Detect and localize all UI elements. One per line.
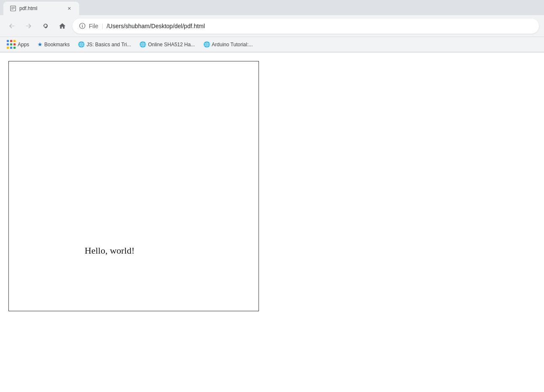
bookmarks-bar: Apps ★ Bookmarks 🌐 JS: Basics and Tri...… [0, 37, 544, 52]
tab-close-button[interactable]: ✕ [66, 5, 72, 12]
apps-icon [7, 40, 16, 49]
globe-icon-arduino: 🌐 [203, 41, 210, 48]
bookmark-sha512[interactable]: 🌐 Online SHA512 Ha... [136, 40, 198, 49]
tab-bar: pdf.html ✕ [0, 0, 544, 15]
globe-icon-js: 🌐 [78, 41, 85, 48]
active-tab[interactable]: pdf.html ✕ [3, 2, 79, 15]
bookmark-bookmarks[interactable]: ★ Bookmarks [34, 40, 73, 49]
arduino-label: Arduino Tutorial:... [212, 42, 253, 48]
forward-button[interactable] [22, 19, 35, 33]
bookmark-arduino[interactable]: 🌐 Arduino Tutorial:... [200, 40, 256, 49]
url-path: /Users/shubham/Desktop/del/pdf.html [107, 23, 532, 29]
tab-favicon [10, 5, 16, 11]
sha512-label: Online SHA512 Ha... [148, 42, 195, 48]
reload-button[interactable] [39, 19, 52, 33]
pdf-text: Hello, world! [85, 245, 135, 256]
star-icon: ★ [37, 41, 43, 48]
page-content: Hello, world! [0, 53, 544, 392]
bookmark-apps[interactable]: Apps [3, 38, 32, 51]
bookmarks-label: Bookmarks [44, 42, 69, 48]
address-bar[interactable]: File | /Users/shubham/Desktop/del/pdf.ht… [72, 19, 539, 34]
pdf-page: Hello, world! [8, 61, 259, 311]
url-protocol: File [89, 23, 99, 29]
svg-point-6 [82, 24, 83, 25]
bookmark-js-basics[interactable]: 🌐 JS: Basics and Tri... [75, 40, 134, 49]
back-button[interactable] [5, 19, 19, 33]
tab-title: pdf.html [19, 5, 62, 11]
browser-chrome: pdf.html ✕ [0, 0, 544, 53]
url-separator: | [102, 23, 104, 29]
home-button[interactable] [56, 19, 69, 33]
navigation-bar: File | /Users/shubham/Desktop/del/pdf.ht… [0, 15, 544, 37]
apps-label: Apps [18, 42, 29, 48]
js-basics-label: JS: Basics and Tri... [86, 42, 131, 48]
globe-icon-sha: 🌐 [139, 41, 146, 48]
security-info-icon[interactable] [79, 23, 85, 29]
